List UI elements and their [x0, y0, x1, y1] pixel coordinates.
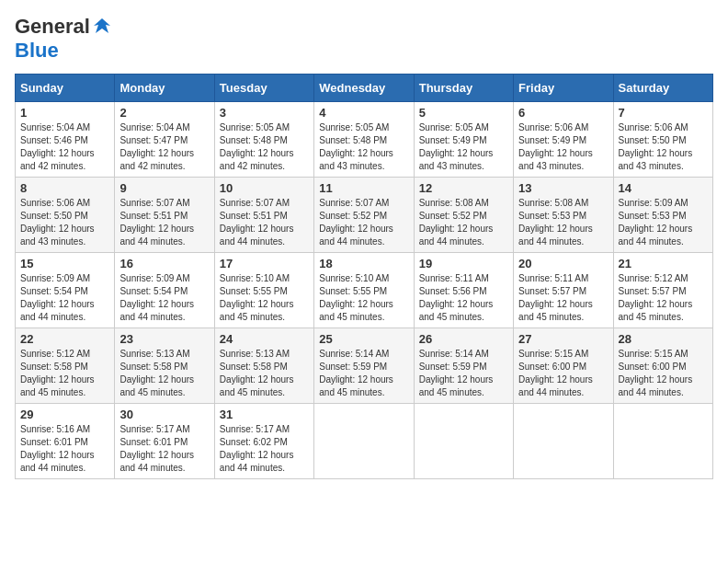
- day-info: Sunrise: 5:15 AM Sunset: 6:00 PM Dayligh…: [619, 348, 708, 399]
- calendar-cell: [414, 404, 513, 479]
- calendar-cell: 4Sunrise: 5:05 AM Sunset: 5:48 PM Daylig…: [314, 102, 414, 178]
- day-number: 2: [119, 106, 209, 120]
- day-header-tuesday: Tuesday: [214, 75, 313, 102]
- day-number: 5: [419, 106, 508, 120]
- calendar-week-row: 22Sunrise: 5:12 AM Sunset: 5:58 PM Dayli…: [16, 328, 713, 404]
- calendar-cell: 11Sunrise: 5:07 AM Sunset: 5:52 PM Dayli…: [314, 178, 414, 253]
- day-number: 30: [119, 408, 209, 421]
- day-number: 31: [220, 408, 309, 421]
- day-number: 14: [619, 181, 708, 195]
- day-info: Sunrise: 5:07 AM Sunset: 5:51 PM Dayligh…: [119, 197, 209, 248]
- day-info: Sunrise: 5:06 AM Sunset: 5:50 PM Dayligh…: [20, 197, 109, 248]
- calendar-week-row: 15Sunrise: 5:09 AM Sunset: 5:54 PM Dayli…: [16, 253, 713, 328]
- day-header-monday: Monday: [115, 75, 214, 102]
- calendar-cell: 16Sunrise: 5:09 AM Sunset: 5:54 PM Dayli…: [115, 253, 214, 328]
- calendar-cell: 23Sunrise: 5:13 AM Sunset: 5:58 PM Dayli…: [115, 328, 214, 404]
- calendar-cell: 5Sunrise: 5:05 AM Sunset: 5:49 PM Daylig…: [414, 102, 513, 178]
- calendar-cell: 29Sunrise: 5:16 AM Sunset: 6:01 PM Dayli…: [16, 404, 115, 479]
- day-number: 18: [319, 257, 408, 270]
- day-header-thursday: Thursday: [414, 75, 513, 102]
- day-number: 26: [419, 332, 508, 346]
- day-info: Sunrise: 5:06 AM Sunset: 5:49 PM Dayligh…: [518, 121, 608, 173]
- calendar-cell: [314, 404, 414, 479]
- day-info: Sunrise: 5:11 AM Sunset: 5:57 PM Dayligh…: [518, 272, 608, 324]
- logo-blue-text: Blue: [15, 39, 59, 63]
- calendar-cell: 7Sunrise: 5:06 AM Sunset: 5:50 PM Daylig…: [613, 102, 712, 178]
- day-info: Sunrise: 5:07 AM Sunset: 5:51 PM Dayligh…: [220, 197, 309, 248]
- day-info: Sunrise: 5:17 AM Sunset: 6:02 PM Dayligh…: [220, 423, 309, 475]
- day-number: 17: [220, 257, 309, 270]
- day-info: Sunrise: 5:08 AM Sunset: 5:52 PM Dayligh…: [419, 197, 508, 248]
- day-number: 27: [518, 332, 608, 346]
- day-info: Sunrise: 5:05 AM Sunset: 5:49 PM Dayligh…: [419, 121, 508, 173]
- day-info: Sunrise: 5:14 AM Sunset: 5:59 PM Dayligh…: [419, 348, 508, 399]
- calendar-cell: 24Sunrise: 5:13 AM Sunset: 5:58 PM Dayli…: [214, 328, 313, 404]
- calendar-cell: 10Sunrise: 5:07 AM Sunset: 5:51 PM Dayli…: [214, 178, 313, 253]
- calendar-cell: 6Sunrise: 5:06 AM Sunset: 5:49 PM Daylig…: [514, 102, 613, 178]
- day-number: 29: [20, 408, 109, 421]
- day-number: 4: [319, 106, 408, 120]
- calendar-cell: 15Sunrise: 5:09 AM Sunset: 5:54 PM Dayli…: [16, 253, 115, 328]
- calendar-cell: [514, 404, 613, 479]
- calendar-cell: 1Sunrise: 5:04 AM Sunset: 5:46 PM Daylig…: [16, 102, 115, 178]
- day-number: 16: [119, 257, 209, 270]
- day-number: 1: [20, 106, 109, 120]
- day-number: 8: [20, 181, 109, 195]
- day-header-friday: Friday: [514, 75, 613, 102]
- day-info: Sunrise: 5:17 AM Sunset: 6:01 PM Dayligh…: [119, 423, 209, 475]
- day-info: Sunrise: 5:13 AM Sunset: 5:58 PM Dayligh…: [220, 348, 309, 399]
- day-info: Sunrise: 5:09 AM Sunset: 5:54 PM Dayligh…: [20, 272, 109, 324]
- day-info: Sunrise: 5:13 AM Sunset: 5:58 PM Dayligh…: [119, 348, 209, 399]
- day-info: Sunrise: 5:06 AM Sunset: 5:50 PM Dayligh…: [619, 121, 708, 173]
- calendar-cell: 28Sunrise: 5:15 AM Sunset: 6:00 PM Dayli…: [613, 328, 712, 404]
- day-header-sunday: Sunday: [16, 75, 115, 102]
- calendar-cell: 13Sunrise: 5:08 AM Sunset: 5:53 PM Dayli…: [514, 178, 613, 253]
- day-info: Sunrise: 5:11 AM Sunset: 5:56 PM Dayligh…: [419, 272, 508, 324]
- day-number: 3: [220, 106, 309, 120]
- day-number: 23: [119, 332, 209, 346]
- calendar-cell: 27Sunrise: 5:15 AM Sunset: 6:00 PM Dayli…: [514, 328, 613, 404]
- calendar-cell: 2Sunrise: 5:04 AM Sunset: 5:47 PM Daylig…: [115, 102, 214, 178]
- day-header-saturday: Saturday: [613, 75, 712, 102]
- calendar-table: SundayMondayTuesdayWednesdayThursdayFrid…: [15, 74, 713, 479]
- day-number: 6: [518, 106, 608, 120]
- calendar-cell: 3Sunrise: 5:05 AM Sunset: 5:48 PM Daylig…: [214, 102, 313, 178]
- day-number: 11: [319, 181, 408, 195]
- logo: General Blue: [15, 15, 112, 63]
- calendar-cell: 26Sunrise: 5:14 AM Sunset: 5:59 PM Dayli…: [414, 328, 513, 404]
- day-info: Sunrise: 5:16 AM Sunset: 6:01 PM Dayligh…: [20, 423, 109, 475]
- day-number: 28: [619, 332, 708, 346]
- day-info: Sunrise: 5:10 AM Sunset: 5:55 PM Dayligh…: [220, 272, 309, 324]
- calendar-cell: 8Sunrise: 5:06 AM Sunset: 5:50 PM Daylig…: [16, 178, 115, 253]
- calendar-cell: 9Sunrise: 5:07 AM Sunset: 5:51 PM Daylig…: [115, 178, 214, 253]
- day-number: 24: [220, 332, 309, 346]
- day-info: Sunrise: 5:10 AM Sunset: 5:55 PM Dayligh…: [319, 272, 408, 324]
- calendar-cell: 25Sunrise: 5:14 AM Sunset: 5:59 PM Dayli…: [314, 328, 414, 404]
- day-info: Sunrise: 5:08 AM Sunset: 5:53 PM Dayligh…: [518, 197, 608, 248]
- calendar-week-row: 1Sunrise: 5:04 AM Sunset: 5:46 PM Daylig…: [16, 102, 713, 178]
- day-number: 21: [619, 257, 708, 270]
- day-number: 20: [518, 257, 608, 270]
- day-number: 13: [518, 181, 608, 195]
- day-number: 15: [20, 257, 109, 270]
- day-info: Sunrise: 5:12 AM Sunset: 5:57 PM Dayligh…: [619, 272, 708, 324]
- day-header-wednesday: Wednesday: [314, 75, 414, 102]
- page-header: General Blue: [15, 15, 713, 63]
- day-info: Sunrise: 5:14 AM Sunset: 5:59 PM Dayligh…: [319, 348, 408, 399]
- day-info: Sunrise: 5:05 AM Sunset: 5:48 PM Dayligh…: [220, 121, 309, 173]
- day-number: 25: [319, 332, 408, 346]
- calendar-cell: 14Sunrise: 5:09 AM Sunset: 5:53 PM Dayli…: [613, 178, 712, 253]
- logo-general-text: General: [15, 15, 90, 39]
- day-number: 19: [419, 257, 508, 270]
- calendar-header-row: SundayMondayTuesdayWednesdayThursdayFrid…: [16, 75, 713, 102]
- day-info: Sunrise: 5:15 AM Sunset: 6:00 PM Dayligh…: [518, 348, 608, 399]
- calendar-cell: 18Sunrise: 5:10 AM Sunset: 5:55 PM Dayli…: [314, 253, 414, 328]
- calendar-cell: [613, 404, 712, 479]
- calendar-week-row: 29Sunrise: 5:16 AM Sunset: 6:01 PM Dayli…: [16, 404, 713, 479]
- day-info: Sunrise: 5:04 AM Sunset: 5:46 PM Dayligh…: [20, 121, 109, 173]
- calendar-cell: 17Sunrise: 5:10 AM Sunset: 5:55 PM Dayli…: [214, 253, 313, 328]
- day-info: Sunrise: 5:05 AM Sunset: 5:48 PM Dayligh…: [319, 121, 408, 173]
- calendar-cell: 30Sunrise: 5:17 AM Sunset: 6:01 PM Dayli…: [115, 404, 214, 479]
- day-info: Sunrise: 5:12 AM Sunset: 5:58 PM Dayligh…: [20, 348, 109, 399]
- day-info: Sunrise: 5:09 AM Sunset: 5:54 PM Dayligh…: [119, 272, 209, 324]
